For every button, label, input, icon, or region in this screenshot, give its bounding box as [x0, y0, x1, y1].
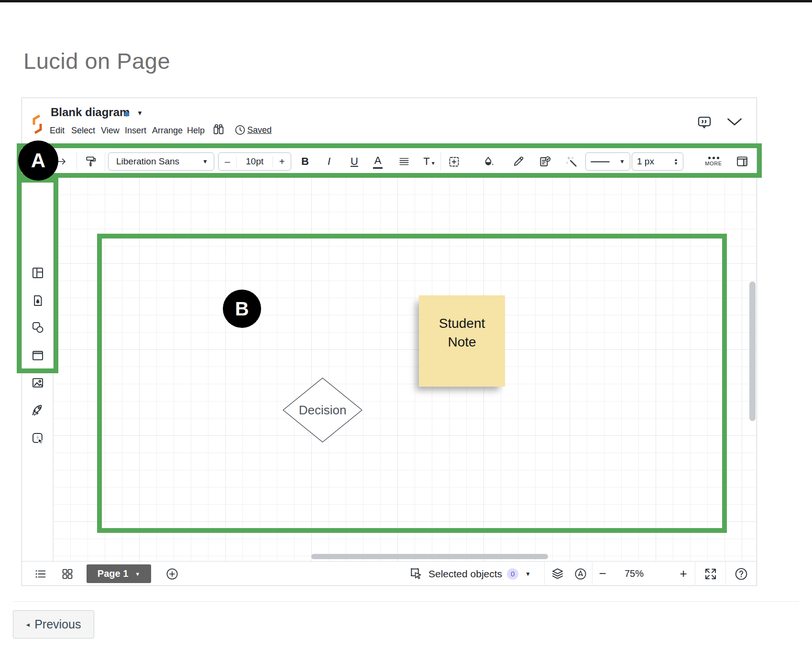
zoom-out-button[interactable]: − — [595, 562, 610, 586]
menu-help[interactable]: Help — [187, 126, 205, 136]
dock-shapes-icon[interactable] — [31, 320, 45, 335]
decision-label: Decision — [281, 377, 364, 443]
menu-arrange[interactable]: Arrange — [152, 126, 183, 136]
dock-container-icon[interactable] — [31, 348, 45, 363]
layers-icon — [550, 567, 565, 581]
line-style-caret-icon: ▼ — [619, 158, 625, 165]
annotation-label-b: B — [223, 290, 261, 328]
font-size-increase-button[interactable]: + — [273, 156, 291, 167]
page-title: Lucid on Page — [23, 48, 170, 74]
pages-grid-icon — [61, 567, 74, 581]
font-family-select[interactable]: Liberation Sans ▼ — [108, 152, 214, 171]
bold-button[interactable]: B — [297, 146, 313, 177]
text-options-caret-icon: ▼ — [431, 161, 436, 166]
fill-color-button[interactable] — [479, 146, 498, 177]
pages-list-icon — [34, 567, 47, 581]
sticky-note-shape[interactable]: Student Note — [419, 295, 505, 387]
top-black-bar — [0, 0, 812, 2]
help-icon — [734, 566, 749, 582]
previous-label: Previous — [34, 617, 81, 631]
chevron-down-icon[interactable] — [726, 117, 743, 127]
menu-edit[interactable]: Edit — [50, 126, 65, 136]
dock-layout-icon[interactable] — [31, 266, 45, 280]
add-page-icon — [165, 567, 179, 581]
stroke-width-value: 1 px — [637, 156, 654, 167]
align-button[interactable] — [395, 146, 413, 177]
text-color-glyph: A — [374, 154, 382, 167]
saved-status[interactable]: Saved — [247, 125, 272, 135]
zoom-level[interactable]: 75% — [621, 562, 647, 586]
font-size-value[interactable]: 10pt — [237, 156, 273, 167]
font-family-value: Liberation Sans — [116, 156, 179, 167]
diagram-canvas[interactable]: Student Note Decision — [53, 177, 757, 561]
font-size-control: – 10pt + — [218, 152, 291, 171]
dock-theme-icon[interactable] — [31, 293, 45, 308]
dock-rocket-icon[interactable] — [31, 403, 45, 417]
panel-toggle-icon — [735, 155, 749, 168]
fullscreen-button[interactable] — [700, 562, 721, 586]
lucid-logo — [31, 114, 44, 134]
text-color-swatch — [373, 167, 383, 169]
status-dot — [124, 112, 129, 117]
menu-insert[interactable]: Insert — [125, 126, 146, 136]
format-painter-button[interactable] — [82, 146, 99, 177]
zoom-in-button[interactable]: + — [676, 562, 691, 586]
binoculars-icon[interactable] — [211, 123, 226, 136]
stroke-width-spinner[interactable]: ▲▼ — [674, 158, 678, 165]
decision-shape[interactable]: Decision — [281, 377, 364, 443]
page-caret-icon: ▼ — [135, 571, 140, 577]
annotation-label-a: A — [18, 141, 58, 181]
menu-view[interactable]: View — [101, 126, 120, 136]
menu-select[interactable]: Select — [71, 126, 95, 136]
italic-button[interactable]: I — [321, 146, 337, 177]
font-size-decrease-button[interactable]: – — [219, 156, 237, 167]
shape-dock — [22, 177, 53, 561]
text-options-glyph: T — [423, 155, 429, 168]
editor-status-bar: Page 1 ▼ Selected objects 0 ▼ — [22, 561, 757, 585]
selected-objects-caret-icon: ▼ — [525, 571, 531, 577]
conditional-formatting-button[interactable] — [535, 146, 555, 177]
page-selector-button[interactable]: Page 1 ▼ — [87, 564, 151, 583]
select-tool-icon — [409, 567, 424, 581]
pages-grid-button[interactable] — [59, 562, 76, 586]
screenshot-stage: Lucid on Page Blank diagram ▼ Edit Selec… — [0, 0, 812, 649]
locate-icon — [573, 567, 588, 581]
underline-button[interactable]: U — [346, 146, 362, 177]
previous-button[interactable]: ◂ Previous — [13, 610, 94, 638]
snap-area-icon — [448, 155, 461, 168]
selected-objects-label: Selected objects — [428, 568, 502, 580]
text-options-button[interactable]: T ▼ — [420, 146, 439, 177]
format-toolbar: Liberation Sans ▼ – 10pt + B I U A T — [22, 146, 757, 177]
more-icon — [708, 157, 719, 159]
panel-toggle-button[interactable] — [733, 146, 752, 177]
text-color-button[interactable]: A — [370, 146, 386, 177]
document-title[interactable]: Blank diagram — [51, 106, 130, 119]
snap-area-button[interactable] — [445, 146, 463, 177]
layers-button[interactable] — [548, 562, 567, 586]
magic-wand-button[interactable] — [561, 146, 582, 177]
dock-quick-action-icon[interactable] — [31, 431, 45, 445]
more-label: MORE — [705, 161, 722, 166]
help-button[interactable] — [731, 562, 752, 586]
line-color-icon — [512, 155, 525, 168]
title-caret-icon[interactable]: ▼ — [137, 109, 143, 117]
stroke-width-control[interactable]: 1 px ▲▼ — [632, 152, 683, 171]
line-style-select[interactable]: ▼ — [585, 152, 630, 171]
page-label: Page 1 — [98, 568, 128, 579]
clock-icon — [234, 124, 246, 136]
vertical-scrollbar[interactable] — [749, 281, 756, 421]
line-color-button[interactable] — [509, 146, 528, 177]
previous-arrow-icon: ◂ — [26, 620, 30, 629]
footer-divider — [13, 601, 799, 602]
selected-objects-control[interactable]: Selected objects 0 ▼ — [409, 562, 531, 586]
dock-image-icon[interactable] — [31, 376, 45, 390]
horizontal-scrollbar[interactable] — [311, 554, 548, 559]
add-page-button[interactable] — [164, 562, 181, 586]
more-button[interactable]: MORE — [698, 146, 729, 177]
locate-button[interactable] — [571, 562, 590, 586]
conditional-format-icon — [538, 155, 552, 169]
font-caret-icon: ▼ — [202, 158, 208, 165]
pages-list-button[interactable] — [33, 562, 49, 586]
line-style-icon — [591, 161, 610, 162]
comment-icon[interactable] — [696, 114, 713, 130]
